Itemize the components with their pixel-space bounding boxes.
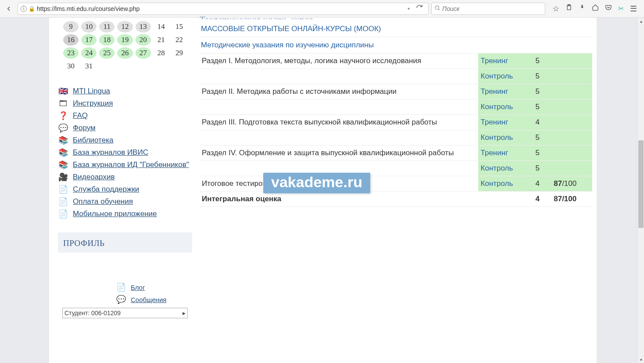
sidebar-link[interactable]: Форум: [73, 124, 96, 132]
scroll-thumb[interactable]: [638, 140, 644, 228]
home-icon[interactable]: [592, 4, 599, 13]
activity-link[interactable]: Контроль: [481, 179, 513, 188]
calendar-day[interactable]: 28: [154, 47, 169, 59]
mooc-link[interactable]: МАССОВЫЕ ОТКРЫТЫЕ ОНЛАЙН-КУРСЫ (МООК): [201, 25, 381, 33]
address-bar[interactable]: i 🔒 ▾: [18, 3, 429, 15]
method-link[interactable]: Методические указания по изучению дисцип…: [201, 41, 374, 49]
lock-icon: 🔒: [29, 6, 35, 12]
profile-link[interactable]: Сообщения: [131, 296, 166, 303]
menu-icon[interactable]: ☰: [630, 4, 637, 14]
section-name-cell: Раздел IV. Оформление и защита выпускной…: [199, 146, 478, 161]
books-icon: 📚: [58, 148, 68, 157]
reload-button[interactable]: [413, 4, 426, 13]
sidebar-link[interactable]: Библиотека: [73, 136, 113, 145]
download-icon[interactable]: [579, 4, 586, 13]
clipboard-icon[interactable]: [565, 4, 572, 13]
activity-link[interactable]: Тренинг: [481, 149, 508, 157]
activity-link[interactable]: Тренинг: [481, 57, 508, 65]
activity-type-cell: Тренинг: [478, 53, 533, 69]
sidebar-link[interactable]: Служба поддержки: [73, 185, 139, 194]
calendar-day[interactable]: 11: [99, 21, 114, 32]
sidebar-item: 🇬🇧MTI Lingua: [58, 85, 192, 97]
activity-link[interactable]: Контроль: [481, 164, 513, 172]
score-cell: 4: [533, 176, 551, 192]
calendar-day[interactable]: 19: [117, 34, 132, 46]
activity-link[interactable]: Контроль: [481, 72, 513, 80]
section-name-cell: Раздел I. Методология, методы, логика на…: [199, 53, 478, 69]
page-gutter-left: [0, 18, 49, 363]
calendar-day[interactable]: 20: [136, 34, 151, 46]
sidebar-link[interactable]: FAQ: [73, 111, 88, 120]
sidebar-link[interactable]: База журналов ИД "Гребенников": [73, 160, 189, 169]
score-cell: 4: [533, 115, 551, 130]
calendar-day[interactable]: 22: [172, 34, 187, 46]
course-row: Раздел III. Подготовка текста выпускной …: [199, 115, 592, 130]
books-icon: 📚: [58, 136, 68, 145]
calendar-day[interactable]: 18: [99, 34, 114, 46]
bookmark-star-icon[interactable]: ☆: [552, 4, 559, 14]
calendar-day[interactable]: 26: [117, 47, 132, 59]
calendar-day[interactable]: 12: [117, 21, 132, 32]
calendar-day[interactable]: 14: [154, 21, 169, 32]
integral-score: 4: [533, 192, 551, 207]
integral-row: Интегральная оценка487/100: [199, 192, 592, 207]
sidebar-link[interactable]: База журналов ИВИС: [73, 148, 148, 157]
grade-cell: [551, 84, 592, 100]
section-name-cell: [199, 161, 478, 176]
sidebar-link[interactable]: MTI Lingua: [73, 87, 110, 96]
profile-title: ПРОФИЛЬ: [58, 237, 192, 253]
calendar-day[interactable]: 29: [172, 47, 187, 59]
student-select[interactable]: Студент: 006-01209 ▸: [62, 308, 188, 318]
doc-icon: 📄: [58, 197, 68, 206]
sidebar-item: 📄Служба поддержки: [58, 183, 192, 196]
scroll-up-icon[interactable]: ▴: [637, 18, 644, 25]
score-cell: 5: [533, 53, 551, 69]
score-cell: 5: [533, 161, 551, 176]
calendar-day[interactable]: 15: [172, 21, 187, 32]
pocket-icon[interactable]: [605, 4, 612, 13]
sidebar-link[interactable]: Мобильное приложение: [73, 210, 157, 218]
section-name-cell: Раздел II. Методика работы с источниками…: [199, 84, 478, 100]
scroll-down-icon[interactable]: ▾: [637, 356, 644, 363]
search-bar[interactable]: [431, 3, 545, 15]
calendar-day[interactable]: 24: [81, 47, 97, 59]
activity-link[interactable]: Контроль: [481, 133, 513, 142]
activity-link[interactable]: Тренинг: [481, 118, 508, 126]
back-button[interactable]: [3, 3, 15, 15]
calendar-day[interactable]: 31: [81, 60, 97, 72]
calendar-day[interactable]: 10: [81, 21, 97, 32]
search-input[interactable]: [442, 5, 542, 12]
score-cell: 5: [533, 100, 551, 115]
sidebar-link[interactable]: Оплата обучения: [73, 197, 133, 206]
calendar-day[interactable]: 9: [63, 21, 79, 32]
course-table: Раздел I. Методология, методы, логика на…: [199, 53, 592, 207]
calendar-day[interactable]: 27: [136, 47, 151, 59]
grade-cell: [551, 100, 592, 115]
profile-link[interactable]: Блог: [131, 284, 145, 291]
activity-link[interactable]: Тренинг: [481, 87, 508, 96]
calendar-day[interactable]: 13: [136, 21, 151, 32]
calendar-day[interactable]: 30: [63, 60, 79, 72]
vertical-scrollbar[interactable]: ▴ ▾: [637, 18, 644, 363]
section-name-cell: Итоговое тестирование: [199, 176, 478, 192]
activity-link[interactable]: Контроль: [481, 103, 513, 111]
calendar-day[interactable]: 21: [154, 34, 169, 46]
sidebar-link[interactable]: Видеоархив: [73, 173, 114, 182]
calendar-day[interactable]: 23: [63, 47, 79, 59]
extension-icon[interactable]: ✂: [618, 4, 624, 13]
history-dropdown-icon[interactable]: ▾: [406, 6, 411, 11]
calendar-day[interactable]: 17: [81, 34, 97, 46]
sidebar-link[interactable]: Инструкция: [73, 99, 113, 108]
calendar-day[interactable]: 25: [99, 47, 114, 59]
grade-cell: [551, 130, 592, 146]
sidebar-item: 📄Мобильное приложение: [58, 208, 192, 220]
calendar[interactable]: 9101112131415161718192021222324252627282…: [58, 18, 192, 77]
calendar-day[interactable]: 16: [63, 34, 79, 46]
grade-cell: 87/100: [551, 176, 592, 192]
page-gutter-right: ▴ ▾: [597, 18, 644, 363]
course-row: Раздел IV. Оформление и защита выпускной…: [199, 146, 592, 161]
site-info-icon[interactable]: i: [21, 6, 27, 12]
grade-cell: [551, 53, 592, 69]
sidebar-item: 🎥Видеоархив: [58, 171, 192, 183]
url-input[interactable]: [37, 5, 404, 12]
